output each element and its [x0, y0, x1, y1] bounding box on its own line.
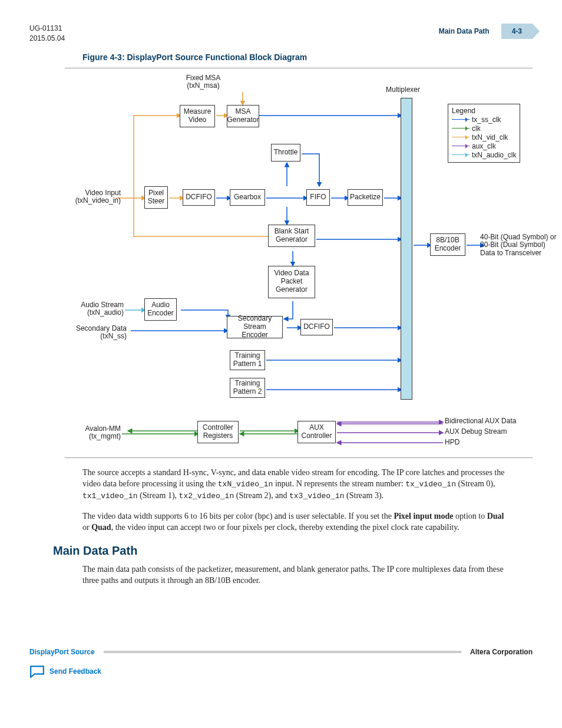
block-vdp-gen: Video Data Packet Generator [268, 266, 315, 298]
paragraph-2: The video data width supports 6 to 16 bi… [82, 510, 509, 533]
page-number: 4-3 [501, 24, 533, 39]
block-dcfifo-1: DCFIFO [183, 189, 215, 206]
block-throttle: Throttle [271, 144, 300, 162]
label-multiplexer: Multiplexer [386, 86, 420, 94]
label-video-input: Video Input (txN_video_in) [62, 189, 121, 206]
block-audio-encoder: Audio Encoder [144, 298, 177, 321]
block-tp1: Training Pattern 1 [230, 350, 265, 370]
footer-right: Altera Corporation [470, 648, 533, 656]
legend-title: Legend [452, 107, 516, 115]
send-feedback-link[interactable]: Send Feedback [29, 665, 533, 678]
doc-id: UG-01131 [29, 24, 65, 34]
block-fifo: FIFO [306, 189, 330, 206]
multiplexer-bar [401, 98, 412, 400]
block-packetize: Packetize [348, 189, 383, 206]
label-aux-dbg: AUX Debug Stream [445, 428, 533, 436]
paragraph-3: The main data path consists of the packe… [82, 564, 509, 587]
doc-date: 2015.05.04 [29, 34, 65, 44]
block-ctrl-registers: Controller Registers [197, 421, 239, 443]
block-encoder: 8B/10B Encoder [430, 233, 465, 256]
block-gearbox: Gearbox [230, 189, 265, 206]
legend-box: Legend tx_ss_clkclktxN_vid_clkaux_clktxN… [448, 104, 520, 163]
block-aux-controller: AUX Controller [297, 421, 336, 443]
page-footer: DisplayPort Source Altera Corporation Se… [29, 648, 533, 678]
label-output: 40-Bit (Quad Symbol) or 20-Bit (Dual Sym… [480, 233, 562, 258]
block-msa-generator: MSA Generator [227, 105, 259, 127]
block-measure-video: Measure Video [180, 105, 215, 127]
figure-area: Fixed MSA (txN_msa) Multiplexer Video In… [65, 68, 533, 458]
label-secondary-data: Secondary Data (txN_ss) [71, 325, 127, 341]
label-audio-stream: Audio Stream (txN_audio) [71, 301, 124, 318]
block-pixel-steer: Pixel Steer [144, 186, 168, 209]
figure-title: Figure 4-3: DisplayPort Source Functiona… [82, 52, 533, 62]
paragraph-1: The source accepts a standard H-sync, V-… [82, 467, 509, 502]
footer-left: DisplayPort Source [29, 648, 95, 656]
feedback-icon [29, 665, 45, 678]
block-diagram: Fixed MSA (txN_msa) Multiplexer Video In… [65, 68, 533, 457]
section-heading: Main Data Path [53, 544, 509, 558]
header-title: Main Data Path [439, 27, 490, 35]
block-sec-encoder: Secondary Stream Encoder [227, 316, 283, 338]
label-avalon: Avalon-MM (tx_mgmt) [71, 425, 121, 442]
page-header: UG-01131 2015.05.04 Main Data Path 4-3 [29, 24, 533, 44]
block-tp2: Training Pattern 2 [230, 378, 265, 398]
block-blank-start: Blank Start Generator [268, 225, 315, 247]
block-dcfifo-2: DCFIFO [300, 319, 333, 335]
label-fixed-msa: Fixed MSA (txN_msa) [180, 74, 227, 91]
label-hpd: HPD [445, 439, 533, 447]
label-aux-bi: Bidirectional AUX Data [445, 417, 533, 426]
